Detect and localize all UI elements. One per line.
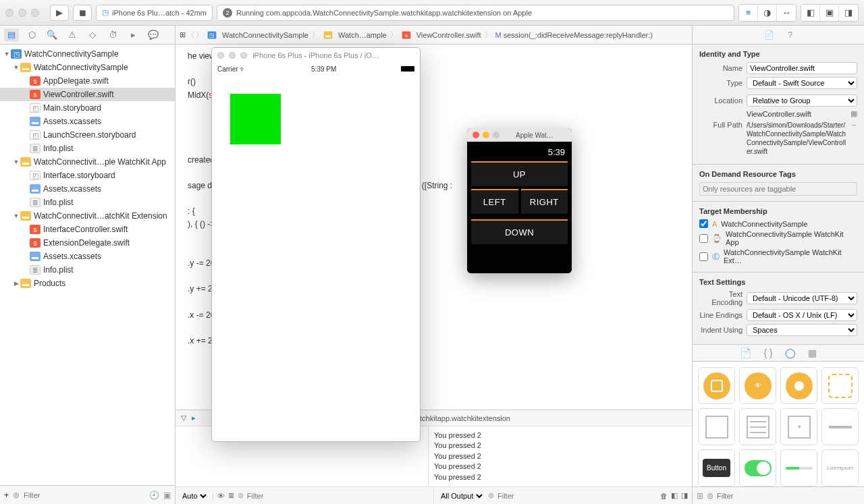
crumb-group[interactable]: ▬Watch…ample (321, 30, 389, 40)
filter-icon[interactable]: ⊚ (13, 491, 20, 500)
tree-file[interactable]: ≣Info.plist (0, 263, 175, 277)
crumb-file[interactable]: sViewController.swift (399, 30, 483, 40)
tree-file[interactable]: ≣Info.plist (0, 196, 175, 209)
code-snippet-tab[interactable]: { } (763, 347, 772, 358)
app-view[interactable] (212, 75, 420, 441)
minimize-icon[interactable] (483, 132, 489, 138)
type-select[interactable]: Default - Swift Source (747, 77, 857, 89)
tree-file[interactable]: ▬Assets.xcassets (0, 250, 175, 263)
tree-project[interactable]: ▼◳WatchConnectivitySample (0, 47, 175, 61)
folder-icon[interactable]: ▦ (850, 109, 857, 118)
object-library-tab[interactable]: ◯ (785, 347, 796, 358)
find-navigator-tab[interactable]: 🔍 (45, 28, 59, 42)
toggle-vars-icon[interactable]: ◧ (671, 491, 678, 500)
media-library-tab[interactable]: ▦ (808, 347, 817, 358)
lib-item[interactable] (821, 408, 859, 445)
indent-select[interactable]: Spaces (747, 324, 857, 336)
clear-console-icon[interactable]: 🗑 (660, 492, 668, 500)
reveal-icon[interactable]: → (850, 121, 857, 129)
toggle-icon[interactable]: ▽ (181, 414, 186, 422)
tree-file-selected[interactable]: sViewController.swift (0, 88, 175, 101)
toggle-console-icon[interactable]: ◨ (681, 491, 688, 500)
name-input[interactable] (747, 62, 857, 74)
test-navigator-tab[interactable]: ◇ (85, 28, 100, 42)
lib-item-label[interactable]: Loremipsum (821, 449, 859, 486)
stop-button[interactable]: ◼ (73, 5, 92, 21)
activity-viewer[interactable]: 2 Running com.appcoda.WatchConnectivityS… (217, 5, 734, 21)
assistant-editor-button[interactable]: ◑ (758, 5, 777, 21)
lib-item[interactable] (780, 367, 817, 404)
tree-file[interactable]: ◰LaunchScreen.storyboard (0, 128, 175, 142)
tree-file[interactable]: ◰Interface.storyboard (0, 169, 175, 182)
tree-file[interactable]: ▬Assets.xcassets (0, 115, 175, 128)
lib-item-switch[interactable] (739, 449, 776, 486)
file-inspector-tab[interactable]: 📄 (764, 30, 774, 40)
tree-file[interactable]: sExtensionDelegate.swift (0, 236, 175, 250)
target-checkbox[interactable] (699, 252, 708, 261)
line-endings-select[interactable]: Default - OS X / Unix (LF) (747, 309, 857, 321)
console-filter-input[interactable] (497, 492, 657, 500)
tree-group[interactable]: ▼▬WatchConnectivitySample (0, 61, 175, 74)
issue-navigator-tab[interactable]: ⚠ (65, 28, 80, 42)
project-navigator-tab[interactable]: ▤ (4, 28, 19, 42)
library-filter-input[interactable] (717, 492, 860, 500)
symbol-navigator-tab[interactable]: ⬡ (24, 28, 39, 42)
toggle-navigator-button[interactable]: ◧ (801, 5, 820, 21)
watch-simulator-window[interactable]: Apple Wat… 5:39 UP LEFT RIGHT DOWN (467, 128, 572, 273)
zoom-icon[interactable] (31, 9, 39, 17)
tree-group[interactable]: ▼▬WatchConnectivit…atchKit Extension (0, 209, 175, 223)
crumb-symbol[interactable]: M session(_:didReceiveMessage:replyHandl… (493, 31, 655, 39)
object-library[interactable]: 👁 ✦ Button Loremipsum (693, 362, 864, 486)
lib-item[interactable]: 👁 (739, 367, 776, 404)
close-icon[interactable] (5, 9, 14, 17)
lib-item[interactable] (821, 367, 859, 404)
crumb-project[interactable]: ◳WatchConnectivitySample (205, 30, 310, 40)
tree-file[interactable]: sInterfaceController.swift (0, 223, 175, 236)
minimize-icon[interactable] (18, 9, 26, 17)
tree-file[interactable]: ◰Main.storyboard (0, 101, 175, 115)
scm-icon[interactable]: ▣ (163, 491, 171, 500)
watch-titlebar[interactable]: Apple Wat… (467, 128, 572, 142)
left-button[interactable]: LEFT (471, 189, 518, 214)
run-button[interactable]: ▶ (50, 5, 69, 21)
add-icon[interactable]: + (4, 491, 9, 500)
tree-group[interactable]: ▶▬Products (0, 277, 175, 290)
quicklook-icon[interactable]: 👁 (217, 492, 225, 500)
print-icon[interactable]: ≣ (228, 491, 234, 500)
jump-bar[interactable]: ⊞ 〈〉 ◳WatchConnectivitySample〉 ▬Watch…am… (176, 26, 692, 45)
lib-item[interactable]: ✦ (780, 408, 817, 445)
variables-scope-select[interactable]: Auto (180, 491, 209, 501)
lib-item[interactable] (698, 367, 735, 404)
right-button[interactable]: RIGHT (521, 189, 568, 214)
console-output-select[interactable]: All Output (438, 491, 485, 501)
lib-item[interactable] (739, 408, 776, 445)
breakpoint-navigator-tab[interactable]: ▸ (126, 28, 140, 42)
close-icon[interactable] (473, 132, 479, 138)
console-view[interactable]: You pressed 2 You pressed 2 You pressed … (429, 426, 692, 486)
navigator-filter-input[interactable] (24, 491, 145, 499)
lib-item-slider[interactable] (780, 449, 817, 486)
tree-file[interactable]: ▬Assets.xcassets (0, 182, 175, 196)
scheme-selector[interactable]: ◳ iPhone 6s Plu…atch - 42mm (96, 5, 213, 21)
standard-editor-button[interactable]: ≡ (739, 5, 758, 21)
tree-file[interactable]: ≣Info.plist (0, 142, 175, 155)
version-editor-button[interactable]: ↔ (777, 5, 796, 21)
target-checkbox[interactable] (699, 234, 708, 243)
location-select[interactable]: Relative to Group (747, 94, 857, 107)
iphone-simulator-window[interactable]: iPhone 6s Plus - iPhone 6s Plus / iO… Ca… (211, 47, 421, 442)
down-button[interactable]: DOWN (471, 219, 568, 244)
tree-group[interactable]: ▼▬WatchConnectivit…ple WatchKit App (0, 155, 175, 169)
project-tree[interactable]: ▼◳WatchConnectivitySample ▼▬WatchConnect… (0, 45, 175, 485)
breakpoint-toggle-icon[interactable]: ▸ (192, 414, 196, 422)
related-items-icon[interactable]: ⊞ (180, 30, 186, 39)
lib-item[interactable] (698, 408, 735, 445)
lib-item-button[interactable]: Button (698, 449, 735, 486)
up-button[interactable]: UP (471, 161, 568, 186)
file-template-tab[interactable]: 📄 (740, 347, 751, 358)
variables-filter-input[interactable] (247, 492, 429, 500)
watch-face[interactable]: 5:39 UP LEFT RIGHT DOWN (467, 142, 572, 273)
simulator-titlebar[interactable]: iPhone 6s Plus - iPhone 6s Plus / iO… (212, 48, 420, 63)
toggle-debug-button[interactable]: ▣ (820, 5, 839, 21)
help-inspector-tab[interactable]: ? (788, 30, 792, 40)
tree-file[interactable]: sAppDelegate.swift (0, 74, 175, 88)
